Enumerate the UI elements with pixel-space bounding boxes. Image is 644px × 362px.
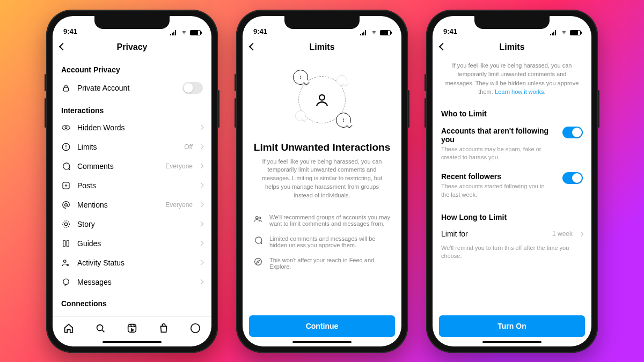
section-account-privacy: Account Privacy <box>61 65 203 74</box>
option-title: Recent followers <box>441 172 557 181</box>
svg-point-8 <box>64 223 67 225</box>
svg-point-11 <box>63 279 69 285</box>
chevron-left-icon <box>59 42 67 50</box>
svg-point-19 <box>256 217 259 219</box>
wifi-icon <box>180 30 188 35</box>
svg-point-15 <box>374 33 374 34</box>
at-icon <box>61 200 71 210</box>
private-account-toggle[interactable] <box>182 82 203 94</box>
section-connections: Connections <box>61 299 203 308</box>
eye-icon <box>61 123 71 132</box>
row-limits[interactable]: Limits Off <box>61 137 203 157</box>
chevron-right-icon <box>199 241 204 246</box>
chevron-right-icon <box>199 221 204 227</box>
limit-for-label: Limit for <box>441 230 546 238</box>
option-title: Accounts that aren't following you <box>441 127 557 144</box>
status-time: 9:41 <box>253 27 267 35</box>
bullet-recommend: We'll recommend groups of accounts you m… <box>251 210 393 231</box>
chevron-right-icon <box>199 279 204 285</box>
svg-point-0 <box>184 33 184 34</box>
option-recent-followers: Recent followers These accounts started … <box>441 167 583 204</box>
home-indicator[interactable] <box>103 341 162 343</box>
user-icon <box>313 91 331 109</box>
toggle-not-following[interactable] <box>562 127 583 138</box>
row-limit-for[interactable]: Limit for 1 week <box>441 225 583 243</box>
headline: Limit Unwanted Interactions <box>251 142 393 153</box>
turn-on-button[interactable]: Turn On <box>439 315 585 337</box>
option-desc: These accounts started following you in … <box>441 182 557 199</box>
row-mentions[interactable]: Mentions Everyone <box>61 195 203 215</box>
svg-point-16 <box>319 94 325 100</box>
svg-point-12 <box>97 325 103 331</box>
svg-point-20 <box>259 217 261 219</box>
learn-link[interactable]: Learn how it works <box>495 88 544 95</box>
svg-point-10 <box>67 264 69 265</box>
tab-shop[interactable] <box>158 322 170 336</box>
activity-icon <box>61 258 71 268</box>
continue-button[interactable]: Continue <box>249 315 395 337</box>
tab-search[interactable] <box>94 322 106 336</box>
row-story[interactable]: Story <box>61 215 203 234</box>
back-button[interactable] <box>60 42 65 51</box>
row-posts[interactable]: Posts <box>61 176 203 195</box>
home-indicator[interactable] <box>292 341 352 343</box>
people-icon <box>253 214 263 224</box>
row-hidden-words[interactable]: Hidden Words <box>61 118 203 137</box>
wifi-icon <box>370 30 378 35</box>
mentions-label: Mentions <box>77 201 159 209</box>
chevron-right-icon <box>579 231 584 237</box>
speech-alert-icon <box>293 70 308 85</box>
back-button[interactable] <box>250 42 255 51</box>
tab-profile[interactable] <box>189 322 201 336</box>
back-button[interactable] <box>440 42 445 51</box>
svg-point-14 <box>191 324 200 333</box>
signal-icon <box>360 30 368 35</box>
private-account-label: Private Account <box>77 84 176 92</box>
limit-for-value: 1 week <box>552 230 573 238</box>
tab-reels[interactable] <box>126 322 138 336</box>
status-time: 9:41 <box>443 27 457 35</box>
page-title: Limits <box>309 42 334 52</box>
limits-label: Limits <box>77 143 178 151</box>
svg-point-9 <box>64 260 67 262</box>
alert-icon <box>61 142 71 152</box>
option-not-following: Accounts that aren't following you These… <box>441 121 583 167</box>
home-indicator[interactable] <box>482 341 541 343</box>
phone-limits-intro: 9:41 Limits Limit Unwanted Interactions <box>236 10 408 353</box>
bullet-hidden: Limited comments and messages will be hi… <box>251 231 393 253</box>
option-desc: These accounts may be spam, fake or crea… <box>441 145 557 162</box>
intro-text: If you feel like you're being harassed, … <box>441 58 583 102</box>
chevron-right-icon <box>199 144 204 150</box>
row-guides[interactable]: Guides <box>61 234 203 253</box>
wifi-icon <box>560 30 568 35</box>
svg-point-2 <box>65 127 67 129</box>
comment-icon <box>61 161 71 171</box>
row-comments[interactable]: Comments Everyone <box>61 157 203 176</box>
svg-rect-1 <box>64 87 69 91</box>
signal-icon <box>550 30 558 35</box>
bullet-reach: This won't affect your reach in Feed and… <box>251 253 393 274</box>
page-title: Privacy <box>117 42 148 52</box>
chevron-right-icon <box>199 202 204 208</box>
activity-label: Activity Status <box>77 258 193 267</box>
battery-icon <box>380 30 391 35</box>
header: Limits <box>243 36 401 58</box>
phone-limits-config: 9:41 Limits If you feel like you're bein… <box>426 10 598 353</box>
page-title: Limits <box>499 42 524 52</box>
battery-icon <box>570 30 581 35</box>
row-private-account[interactable]: Private Account <box>61 77 203 99</box>
row-activity-status[interactable]: Activity Status <box>61 253 203 272</box>
speech-alert-faded-icon <box>336 75 347 86</box>
svg-point-7 <box>63 220 70 227</box>
guides-icon <box>61 239 71 248</box>
chevron-left-icon <box>249 42 257 50</box>
comment-icon <box>253 235 263 245</box>
story-label: Story <box>77 220 193 228</box>
compass-icon <box>253 257 263 267</box>
row-messages[interactable]: Messages <box>61 272 203 292</box>
signal-icon <box>170 30 178 35</box>
toggle-recent-followers[interactable] <box>562 172 583 184</box>
chevron-right-icon <box>199 125 204 130</box>
tab-home[interactable] <box>63 322 75 336</box>
chevron-right-icon <box>199 183 204 188</box>
